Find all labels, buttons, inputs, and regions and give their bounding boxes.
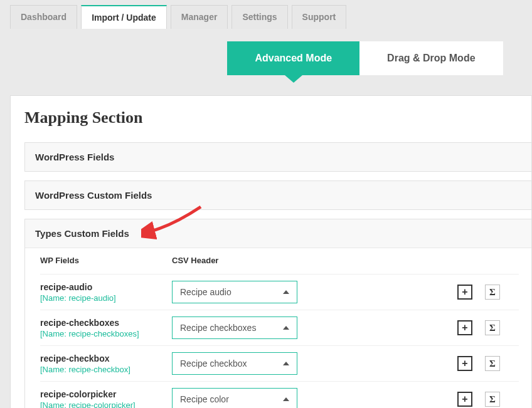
field-sub: [Name: recipe-checkboxes] xyxy=(40,329,172,338)
field-left: recipe-colorpicker [Name: recipe-colorpi… xyxy=(40,389,172,409)
accordion-wp-custom-fields: WordPress Custom Fields xyxy=(24,180,531,210)
sigma-button[interactable]: Σ xyxy=(485,285,500,300)
field-name: recipe-checkbox xyxy=(40,353,172,364)
add-button[interactable]: + xyxy=(457,285,472,300)
caret-up-icon xyxy=(283,326,289,330)
mode-tabs: Advanced Mode Drag & Drop Mode xyxy=(198,41,532,75)
caret-up-icon xyxy=(283,362,289,365)
mode-advanced[interactable]: Advanced Mode xyxy=(227,41,359,75)
add-button[interactable]: + xyxy=(457,356,472,371)
accordion-wp-fields: WordPress Fields xyxy=(24,142,531,172)
mode-dragdrop[interactable]: Drag & Drop Mode xyxy=(359,41,503,75)
add-button[interactable]: + xyxy=(457,392,472,407)
dropdown-value: Recipe color xyxy=(180,394,229,404)
mapping-panel: Mapping Section WordPress Fields WordPre… xyxy=(10,95,532,408)
field-name: recipe-audio xyxy=(40,282,172,292)
row-actions: + Σ xyxy=(457,392,519,407)
field-sub: [Name: recipe-colorpicker] xyxy=(40,400,172,409)
main-tabs: Dashboard Import / Update Manager Settin… xyxy=(0,0,532,29)
dropdown-value: Recipe audio xyxy=(180,287,231,297)
accordion-header-wp-fields[interactable]: WordPress Fields xyxy=(25,143,531,171)
tab-support[interactable]: Support xyxy=(292,5,347,29)
tab-settings[interactable]: Settings xyxy=(231,5,287,29)
csv-header-dropdown[interactable]: Recipe audio xyxy=(172,281,297,303)
row-actions: + Σ xyxy=(457,320,519,335)
field-row: recipe-audio [Name: recipe-audio] Recipe… xyxy=(40,274,519,310)
accordion-header-types-custom-fields[interactable]: Types Custom Fields xyxy=(25,219,531,248)
field-left: recipe-checkboxes [Name: recipe-checkbox… xyxy=(40,318,172,338)
field-sub: [Name: recipe-audio] xyxy=(40,293,172,303)
row-actions: + Σ xyxy=(457,285,519,300)
col-header-wp: WP Fields xyxy=(40,256,172,265)
field-left: recipe-checkbox [Name: recipe-checkbox] xyxy=(40,353,172,374)
dropdown-value: Recipe checkbox xyxy=(180,358,247,369)
field-row: recipe-checkbox [Name: recipe-checkbox] … xyxy=(40,345,519,381)
field-name: recipe-checkboxes xyxy=(40,318,172,328)
csv-header-dropdown[interactable]: Recipe checkbox xyxy=(172,352,297,375)
field-row: recipe-colorpicker [Name: recipe-colorpi… xyxy=(40,381,519,408)
page-title: Mapping Section xyxy=(24,108,531,127)
accordion-types-custom-fields: Types Custom Fields WP Fields CSV Header… xyxy=(24,219,531,408)
field-left: recipe-audio [Name: recipe-audio] xyxy=(40,282,172,303)
tab-import-update[interactable]: Import / Update xyxy=(81,5,167,29)
field-row: recipe-checkboxes [Name: recipe-checkbox… xyxy=(40,310,519,345)
accordion-body: WP Fields CSV Header recipe-audio [Name:… xyxy=(25,248,531,408)
csv-header-dropdown[interactable]: Recipe color xyxy=(172,388,297,408)
column-headers: WP Fields CSV Header xyxy=(40,256,519,265)
field-name: recipe-colorpicker xyxy=(40,389,172,399)
sigma-button[interactable]: Σ xyxy=(485,320,500,335)
row-actions: + Σ xyxy=(457,356,519,371)
col-header-csv: CSV Header xyxy=(172,256,218,265)
field-sub: [Name: recipe-checkbox] xyxy=(40,365,172,374)
accordion-header-wp-custom-fields[interactable]: WordPress Custom Fields xyxy=(25,181,531,209)
tab-manager[interactable]: Manager xyxy=(171,5,228,29)
caret-up-icon xyxy=(283,397,289,401)
caret-up-icon xyxy=(283,290,289,294)
csv-header-dropdown[interactable]: Recipe checkboxes xyxy=(172,316,297,339)
tab-dashboard[interactable]: Dashboard xyxy=(10,5,77,29)
sigma-button[interactable]: Σ xyxy=(485,392,500,407)
sigma-button[interactable]: Σ xyxy=(485,356,500,371)
dropdown-value: Recipe checkboxes xyxy=(180,323,256,333)
add-button[interactable]: + xyxy=(457,320,472,335)
